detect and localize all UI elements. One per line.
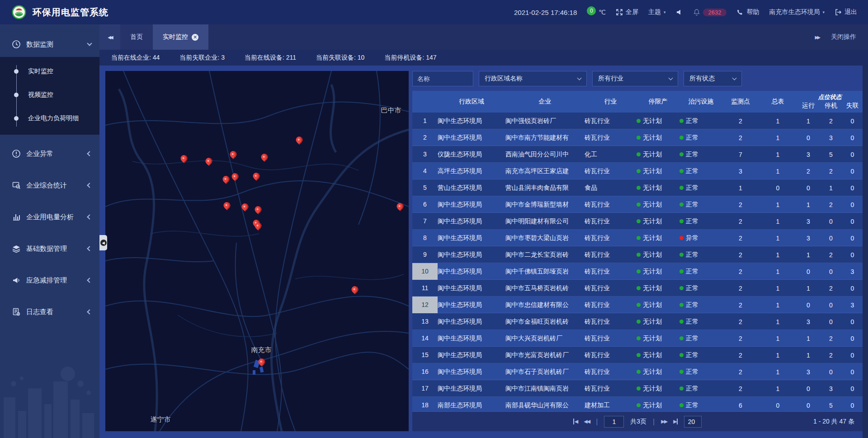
table-row[interactable]: 8阆中生态环境局阆中市枣碧大梁山页岩砖瓦行业无计划异常21300 xyxy=(412,230,863,246)
status-filter-select[interactable]: 所有状态 xyxy=(684,71,742,86)
table-row[interactable]: 14阆中生态环境局阆中大兴页岩机砖厂砖瓦行业无计划正常21120 xyxy=(412,330,863,347)
prev-page-button[interactable]: ◀◀ xyxy=(584,419,590,424)
table-row[interactable]: 2阆中生态环境局阆中市南方节能建材有砖瓦行业无计划正常21030 xyxy=(412,129,863,146)
row-index: 12 xyxy=(412,297,438,313)
table-row[interactable]: 5营山生态环境局营山县润丰肉食品有限食品无计划正常10010 xyxy=(412,179,863,196)
table-row[interactable]: 7阆中生态环境局阆中明阳建材有限公司砖瓦行业无计划正常21300 xyxy=(412,213,863,230)
tab-scroll-left-button[interactable]: ◀◀ xyxy=(99,24,120,50)
sidebar-item-2[interactable]: 企业综合统计 xyxy=(0,173,99,198)
theme-dropdown[interactable]: 主题 ▾ xyxy=(648,8,666,16)
sidebar-item-3[interactable]: 企业用电量分析 xyxy=(0,204,99,230)
cell-industry: 砖瓦行业 xyxy=(585,351,637,359)
table-row[interactable]: 3仪陇生态环境局西南油气田分公司川中化工无计划正常71350 xyxy=(412,146,863,163)
cell-company: 阆中市金博瑞新型墙材 xyxy=(505,201,585,209)
tab-scroll-right-button[interactable]: ▶▶ xyxy=(815,35,819,40)
sidebar-item-1[interactable]: 企业异常 xyxy=(0,141,99,166)
cell-industry: 砖瓦行业 xyxy=(585,334,637,343)
status-dot-green-icon xyxy=(637,203,641,207)
close-operations-button[interactable]: 关闭操作 xyxy=(831,33,856,41)
cell-lost: 0 xyxy=(842,251,863,259)
row-index: 10 xyxy=(412,263,438,280)
cell-industry: 砖瓦行业 xyxy=(585,251,637,259)
sidebar-collapse-handle[interactable]: ◀ xyxy=(99,235,107,250)
sidebar-item-4[interactable]: 基础数据管理 xyxy=(0,236,99,261)
table-row[interactable]: 4高坪生态环境局南充市高坪区王家店建砖瓦行业无计划正常31220 xyxy=(412,163,863,179)
close-icon[interactable]: ✕ xyxy=(192,34,198,41)
cell-industry: 食品 xyxy=(585,184,637,192)
notifications[interactable]: 2632 xyxy=(693,9,727,16)
page-number-input[interactable] xyxy=(604,416,624,428)
sidebar-subitem-0-0[interactable]: 实时监控 xyxy=(0,60,99,83)
clock-icon xyxy=(12,40,21,49)
table-row[interactable]: 9阆中生态环境局阆中市二龙长宝页岩砖砖瓦行业无计划正常21120 xyxy=(412,246,863,263)
cell-company: 阆中市二龙长宝页岩砖 xyxy=(505,251,585,259)
scrollbar[interactable] xyxy=(863,66,868,438)
map-panel[interactable]: 巴中市南充市遂宁市 xyxy=(105,71,409,431)
cell-industry: 砖瓦行业 xyxy=(585,217,637,226)
cell-stop: 0 xyxy=(820,318,842,325)
table-row[interactable]: 15阆中生态环境局阆中市光富页岩机砖厂砖瓦行业无计划正常21120 xyxy=(412,347,863,363)
table-row[interactable]: 11阆中生态环境局阆中市五马桥页岩机砖砖瓦行业无计划正常21120 xyxy=(412,280,863,297)
cell-meters: 1 xyxy=(759,168,797,175)
cell-points: 2 xyxy=(722,385,759,392)
table-header: 行政区域 企业 行业 停限产 治污设施 监测点 总表 点位状态 运行 停机 失联 xyxy=(412,91,863,113)
first-page-button[interactable]: ◀ xyxy=(573,419,577,424)
sidebar-item-5[interactable]: 应急减排管理 xyxy=(0,268,99,293)
col-industry: 行业 xyxy=(585,98,637,106)
table-row[interactable]: 10阆中生态环境局阆中千佛镇五郎垭页岩砖瓦行业无计划正常21003 xyxy=(412,263,863,280)
cell-facility-status: 正常 xyxy=(679,151,722,159)
tab-1[interactable]: 实时监控✕ xyxy=(153,24,208,50)
fullscreen-button[interactable]: 全屏 xyxy=(616,8,638,16)
cell-region: 阆中生态环境局 xyxy=(438,318,505,326)
name-filter-input[interactable] xyxy=(412,71,473,86)
sidebar-subitem-0-2[interactable]: 企业电力负荷明细 xyxy=(0,107,99,130)
page-size-select[interactable]: 20 xyxy=(684,416,702,428)
mute-button[interactable] xyxy=(676,9,683,16)
table-row[interactable]: 13阆中生态环境局阆中市金福旺页岩机砖砖瓦行业无计划正常21300 xyxy=(412,313,863,330)
cell-company: 阆中明阳建材有限公司 xyxy=(505,217,585,226)
cell-region: 阆中生态环境局 xyxy=(438,134,505,142)
table-row[interactable]: 6阆中生态环境局阆中市金博瑞新型墙材砖瓦行业无计划正常21120 xyxy=(412,196,863,213)
region-filter-select[interactable]: 行政区域名称 xyxy=(479,71,587,86)
next-page-button[interactable]: ▶▶ xyxy=(661,419,667,424)
cell-stop: 0 xyxy=(820,368,842,376)
status-dot-green-icon xyxy=(637,336,641,340)
cell-points: 2 xyxy=(722,118,759,125)
row-index: 11 xyxy=(412,280,438,297)
chevron-left-icon xyxy=(87,183,92,188)
logout-icon xyxy=(835,9,842,16)
row-index: 13 xyxy=(412,313,438,330)
map-city-label: 遂宁市 xyxy=(151,415,171,424)
industry-filter-select[interactable]: 所有行业 xyxy=(592,71,678,86)
sidebar-item-6[interactable]: 日志查看 xyxy=(0,299,99,325)
help-button[interactable]: 帮助 xyxy=(736,8,759,16)
table-row[interactable]: 16阆中生态环境局阆中市石子页岩机砖厂砖瓦行业无计划正常21300 xyxy=(412,363,863,380)
last-page-button[interactable]: ▶ xyxy=(673,419,677,424)
sidebar-item-0[interactable]: 数据监测 xyxy=(0,32,99,57)
stats-bar: 当前在线企业: 44当前失联企业: 3当前在线设备: 211当前失联设备: 10… xyxy=(99,50,868,66)
status-dot-green-icon xyxy=(679,386,684,391)
logout-button[interactable]: 退出 xyxy=(835,8,857,16)
sidebar-subitem-0-1[interactable]: 视频监控 xyxy=(0,83,99,107)
table-row[interactable]: 17阆中生态环境局阆中市江南镇阆南页岩砖瓦行业无计划正常21030 xyxy=(412,380,863,397)
cell-region: 南部生态环境局 xyxy=(438,401,505,410)
tab-0[interactable]: 首页 xyxy=(120,24,153,50)
org-dropdown[interactable]: 南充市生态环境局 ▾ xyxy=(769,8,825,16)
table-row[interactable]: 18南部生态环境局南部县砚华山河有限公建材加工无计划正常60050 xyxy=(412,397,863,411)
row-index: 7 xyxy=(412,213,438,230)
table-row[interactable]: 12阆中生态环境局阆中市忠信建材有限公砖瓦行业无计划正常21003 xyxy=(412,297,863,313)
cell-run: 1 xyxy=(797,201,820,208)
cell-meters: 1 xyxy=(759,318,797,325)
cell-facility-status: 正常 xyxy=(679,217,722,226)
sidebar-item-label: 基础数据管理 xyxy=(26,245,82,253)
row-index: 3 xyxy=(412,146,438,163)
cell-facility-status: 正常 xyxy=(679,201,722,209)
row-index: 16 xyxy=(412,363,438,380)
cell-run: 3 xyxy=(797,368,820,376)
status-dot-green-icon xyxy=(679,136,684,140)
table-row[interactable]: 1阆中生态环境局阆中强锐页岩砖厂砖瓦行业无计划正常21120 xyxy=(412,113,863,129)
cell-company: 阆中市江南镇阆南页岩 xyxy=(505,385,585,393)
status-dot-green-icon xyxy=(679,253,684,257)
cell-facility-status: 正常 xyxy=(679,268,722,276)
page-title: 环保用电监管系统 xyxy=(33,6,108,19)
